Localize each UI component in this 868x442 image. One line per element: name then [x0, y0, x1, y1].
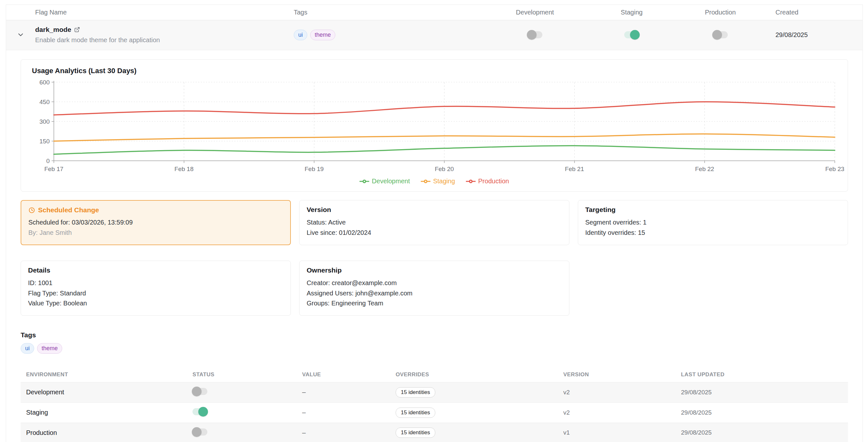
environments-table: ENVIRONMENTSTATUSVALUEOVERRIDESVERSIONLA…	[21, 367, 848, 442]
svg-text:Feb 17: Feb 17	[44, 166, 63, 172]
scheduled-change-card: Scheduled Change Scheduled for: 03/03/20…	[21, 200, 291, 245]
card-line: ID: 1001	[28, 278, 283, 288]
env-name: Production	[21, 429, 187, 437]
col-created: Created	[757, 9, 863, 16]
col-staging: Staging	[580, 9, 683, 16]
chart-title: Usage Analytics (Last 30 Days)	[32, 67, 841, 75]
env-col-last-updated: LAST UPDATED	[675, 371, 848, 378]
card-line: Creator: creator@example.com	[307, 278, 562, 288]
clock-icon	[28, 207, 35, 213]
tag-pill-theme: theme	[37, 343, 62, 354]
flag-name: dark_mode	[35, 26, 71, 34]
env-value: –	[296, 429, 390, 437]
targeting-card-title: Targeting	[585, 206, 841, 213]
svg-text:Feb 23: Feb 23	[825, 166, 844, 172]
chevron-down-icon[interactable]	[17, 31, 25, 39]
env-version: v2	[557, 409, 675, 416]
col-tags: Tags	[280, 9, 490, 16]
production-toggle[interactable]	[713, 31, 728, 38]
card-line: Assigned Users: john@example.com	[307, 288, 562, 299]
env-value: –	[296, 388, 390, 396]
env-last-updated: 29/08/2025	[675, 429, 848, 436]
env-row-staging: Staging–15 identitiesv229/08/2025	[21, 402, 848, 423]
ownership-card-title: Ownership	[307, 266, 562, 274]
env-col-status: STATUS	[187, 371, 296, 378]
svg-text:Feb 18: Feb 18	[175, 166, 193, 172]
col-development: Development	[490, 9, 580, 16]
version-card: Version Status: ActiveLive since: 01/02/…	[299, 200, 569, 245]
env-col-value: VALUE	[296, 371, 390, 378]
legend-item-staging[interactable]: Staging	[421, 177, 455, 185]
legend-item-development[interactable]: Development	[360, 177, 410, 185]
development-toggle[interactable]	[528, 31, 542, 38]
flag-row-dark-mode[interactable]: dark_mode Enable dark mode theme for the…	[6, 20, 863, 50]
card-line: Groups: Engineering Team	[307, 298, 562, 309]
card-line: Live since: 01/02/2024	[307, 228, 562, 238]
tag-pill-ui: ui	[294, 30, 307, 40]
scheduled-change-title: Scheduled Change	[38, 206, 99, 214]
tags-section: Tags uitheme	[21, 331, 848, 354]
env-overrides-button[interactable]: 15 identities	[396, 428, 435, 438]
created-date: 29/08/2025	[757, 31, 863, 39]
flag-expanded-details: Usage Analytics (Last 30 Days) 015030045…	[6, 50, 863, 442]
details-card-title: Details	[28, 266, 283, 274]
targeting-card: Targeting Segment overrides: 1Identity o…	[578, 200, 848, 245]
env-status-toggle[interactable]	[192, 388, 207, 395]
tags-section-pills: uitheme	[21, 343, 848, 354]
card-line: Identity overrides: 15	[585, 228, 841, 238]
env-name: Staging	[21, 409, 187, 416]
legend-label: Staging	[433, 177, 455, 185]
env-version: v2	[557, 389, 675, 396]
staging-toggle[interactable]	[624, 31, 639, 38]
card-line: Flag Type: Standard	[28, 288, 283, 299]
tag-pill-ui: ui	[21, 343, 34, 354]
tags-section-title: Tags	[21, 331, 848, 339]
svg-text:0: 0	[46, 158, 50, 164]
details-card: Details ID: 1001Flag Type: StandardValue…	[21, 261, 291, 316]
legend-item-production[interactable]: Production	[466, 177, 509, 185]
scheduled-by-text: By: Jane Smith	[28, 228, 283, 238]
env-row-development: Development–15 identitiesv229/08/2025	[21, 382, 848, 402]
usage-analytics-card: Usage Analytics (Last 30 Days) 015030045…	[21, 59, 848, 192]
env-last-updated: 29/08/2025	[675, 409, 848, 416]
env-last-updated: 29/08/2025	[675, 389, 848, 396]
env-row-production: Production–15 identitiesv129/08/2025	[21, 423, 848, 442]
legend-marker	[360, 179, 369, 183]
card-line: Segment overrides: 1	[585, 217, 841, 228]
version-card-title: Version	[307, 206, 562, 213]
svg-text:150: 150	[39, 138, 50, 145]
env-col-environment: ENVIRONMENT	[21, 371, 187, 378]
card-line: Value Type: Boolean	[28, 298, 283, 309]
usage-analytics-chart: 0150300450600Feb 17Feb 18Feb 19Feb 20Feb…	[28, 78, 841, 175]
ownership-card: Ownership Creator: creator@example.comAs…	[299, 261, 569, 316]
info-cards-grid: Scheduled Change Scheduled for: 03/03/20…	[21, 200, 848, 316]
env-status-toggle[interactable]	[192, 429, 207, 436]
col-production: Production	[683, 9, 757, 16]
card-line: Status: Active	[307, 217, 562, 228]
env-status-toggle[interactable]	[192, 408, 207, 415]
svg-text:600: 600	[39, 79, 50, 86]
flag-description: Enable dark mode theme for the applicati…	[35, 36, 280, 44]
env-version: v1	[557, 429, 675, 436]
env-col-version: VERSION	[557, 371, 675, 378]
svg-text:Feb 22: Feb 22	[695, 166, 714, 172]
chart-legend: DevelopmentStagingProduction	[28, 175, 841, 189]
env-overrides-button[interactable]: 15 identities	[396, 408, 435, 418]
env-overrides-button[interactable]: 15 identities	[396, 387, 435, 398]
col-flag-name: Flag Name	[35, 9, 280, 16]
legend-label: Development	[372, 177, 410, 185]
svg-text:Feb 20: Feb 20	[435, 166, 454, 172]
legend-marker	[421, 179, 430, 183]
scheduled-for-text: Scheduled for: 03/03/2026, 13:59:09	[28, 217, 283, 228]
svg-text:Feb 19: Feb 19	[305, 166, 324, 172]
external-link-icon[interactable]	[74, 27, 80, 33]
env-name: Development	[21, 388, 187, 396]
legend-label: Production	[478, 177, 509, 185]
env-value: –	[296, 409, 390, 416]
tag-pill-theme: theme	[310, 30, 335, 40]
feature-flag-panel: Flag Name Tags Development Staging Produ…	[6, 4, 863, 442]
flag-row-tags: uitheme	[280, 30, 490, 40]
svg-text:Feb 21: Feb 21	[565, 166, 584, 172]
svg-text:300: 300	[39, 118, 50, 125]
env-col-overrides: OVERRIDES	[390, 371, 557, 378]
